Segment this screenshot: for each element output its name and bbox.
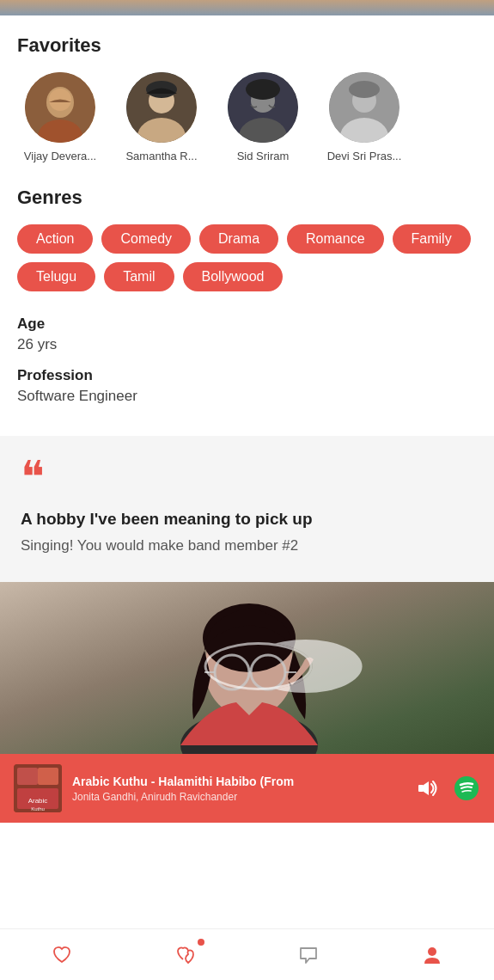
chat-icon <box>297 944 320 966</box>
music-title: Arabic Kuthu - Halamithi Habibo (From <box>72 774 403 789</box>
avatar-samantha <box>126 72 197 143</box>
favorite-item-vijay[interactable]: Vijay Devera... <box>17 72 103 162</box>
quote-question: A hobby I've been meaning to pick up <box>21 510 473 529</box>
svg-rect-29 <box>38 768 58 785</box>
age-label: Age <box>17 315 477 333</box>
genres-title: Genres <box>17 187 477 209</box>
profession-label: Profession <box>17 367 477 384</box>
genres-section: Genres Action Comedy Drama Romance Famil… <box>0 171 494 300</box>
favorites-title: Favorites <box>17 34 477 57</box>
svg-point-23 <box>251 655 285 689</box>
music-bar: Arabic Kuthu Arabic Kuthu - Halamithi Ha… <box>0 754 494 823</box>
genre-telugu[interactable]: Telugu <box>17 262 95 291</box>
profession-value: Software Engineer <box>17 388 477 405</box>
music-artist: Jonita Gandhi, Anirudh Ravichander <box>72 791 403 803</box>
svg-point-22 <box>215 655 249 689</box>
music-controls <box>413 775 480 802</box>
genre-bollywood[interactable]: Bollywood <box>183 262 284 291</box>
svg-point-34 <box>454 776 479 800</box>
svg-text:Kuthu: Kuthu <box>31 806 45 812</box>
genre-romance[interactable]: Romance <box>287 224 383 254</box>
avatar-sid <box>228 72 298 143</box>
profile-icon <box>421 944 443 966</box>
quote-mark: ❝ <box>21 460 473 496</box>
matches-notification-dot <box>198 939 204 946</box>
music-info: Arabic Kuthu - Halamithi Habibo (From Jo… <box>72 774 403 803</box>
genres-grid: Action Comedy Drama Romance Family Telug… <box>17 224 477 291</box>
genre-action[interactable]: Action <box>17 224 93 254</box>
favorites-row: Vijay Devera... Samantha R... <box>17 72 477 162</box>
profile-photo <box>0 582 494 754</box>
avatar-vijay <box>25 72 95 143</box>
quote-answer: Singing! You would make band member #2 <box>21 537 473 554</box>
svg-rect-33 <box>418 785 424 792</box>
svg-point-35 <box>428 947 436 956</box>
age-value: 26 yrs <box>17 336 477 353</box>
favorite-label-samantha: Samantha R... <box>119 150 204 162</box>
genre-family[interactable]: Family <box>393 224 471 254</box>
music-thumbnail: Arabic Kuthu <box>14 764 62 812</box>
quote-section: ❝ A hobby I've been meaning to pick up S… <box>0 436 494 582</box>
genre-drama[interactable]: Drama <box>199 224 278 254</box>
avatar-devi <box>329 72 399 143</box>
hero-image <box>0 0 494 15</box>
svg-point-11 <box>246 79 280 100</box>
favorite-item-devi[interactable]: Devi Sri Pras... <box>321 72 407 162</box>
nav-matches[interactable] <box>160 934 211 977</box>
genre-comedy[interactable]: Comedy <box>101 224 191 254</box>
nav-messages[interactable] <box>283 934 334 977</box>
favorite-item-sid[interactable]: Sid Sriram <box>220 72 306 162</box>
favorite-label-devi: Devi Sri Pras... <box>321 150 407 162</box>
favorite-label-vijay: Vijay Devera... <box>17 150 103 162</box>
svg-text:Arabic: Arabic <box>28 797 48 805</box>
heart-icon <box>51 944 73 966</box>
favorites-section: Favorites Vijay Devera... <box>0 15 494 171</box>
favorite-label-sid: Sid Sriram <box>220 150 306 162</box>
genre-tamil[interactable]: Tamil <box>104 262 174 291</box>
svg-rect-28 <box>17 768 38 785</box>
bottom-nav <box>0 928 494 980</box>
match-icon <box>174 944 197 966</box>
nav-profile[interactable] <box>406 934 458 977</box>
nav-likes[interactable] <box>36 934 88 977</box>
spotify-icon[interactable] <box>453 775 480 802</box>
speaker-icon[interactable] <box>413 775 441 802</box>
favorite-item-samantha[interactable]: Samantha R... <box>119 72 204 162</box>
svg-point-15 <box>349 81 380 98</box>
info-section: Age 26 yrs Profession Software Engineer <box>0 300 494 436</box>
